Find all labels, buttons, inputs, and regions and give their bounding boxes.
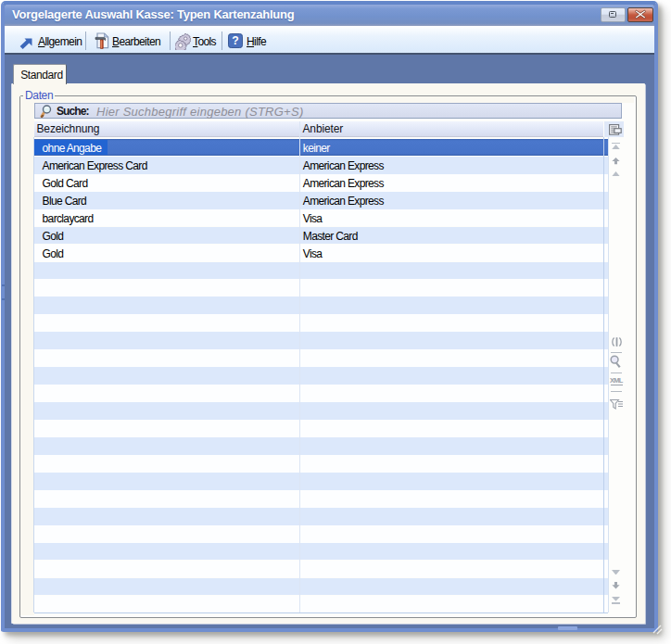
svg-text:?: ?: [232, 34, 238, 47]
